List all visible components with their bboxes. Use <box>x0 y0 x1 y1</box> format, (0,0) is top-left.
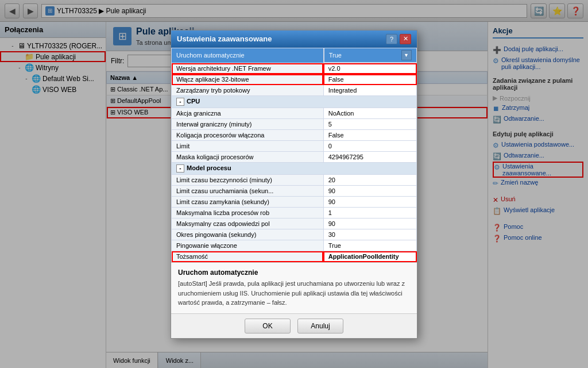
prop-value-pingowania: 30 <box>323 229 416 240</box>
prop-name-max-procesow: Maksymalna liczba procesów rob <box>172 208 324 218</box>
modal-title: Ustawienia zaawansowane <box>177 34 272 43</box>
prop-name-interwał: Interwał graniczny (minuty) <box>172 119 324 130</box>
dropdown-btn[interactable]: ▼ <box>401 50 412 60</box>
prop-name-maska: Maska koligacji procesorów <box>172 152 324 163</box>
prop-value-limit: 0 <box>323 141 416 152</box>
prop-row-akcja[interactable]: Akcja graniczna NoAction <box>172 108 417 119</box>
prop-row-maska[interactable]: Maska koligacji procesorów 4294967295 <box>172 152 417 163</box>
prop-name-bezczynnosci: Limit czasu bezczynności (minuty) <box>172 175 324 186</box>
modal-overlay: Ustawienia zaawansowane ? ✕ Uruchom auto… <box>0 0 588 368</box>
prop-row-zamykania[interactable]: Limit czasu zamykania (sekundy) 90 <box>172 197 417 208</box>
prop-value-uruchom: True ▼ <box>324 48 417 63</box>
expand-cpu-btn[interactable]: - <box>176 98 184 106</box>
prop-name-uruchamiania: Limit czasu uruchamiania (sekun... <box>172 186 324 197</box>
prop-name-pingowania: Okres pingowania (sekundy) <box>172 229 324 240</box>
prop-name-uruchom: Uruchom automatycznie <box>172 48 324 63</box>
prop-row-uruchamiania[interactable]: Limit czasu uruchamiania (sekun... 90 <box>172 186 417 197</box>
prop-row-uruchom[interactable]: Uruchom automatycznie True ▼ <box>172 48 417 63</box>
prop-name-akcja: Akcja graniczna <box>172 108 324 119</box>
prop-name-limit: Limit <box>172 141 324 152</box>
prop-row-pingowanie-wlaczone[interactable]: Pingowanie włączone True <box>172 240 417 251</box>
prop-row-interwał[interactable]: Interwał graniczny (minuty) 5 <box>172 119 417 130</box>
prop-value-wlacz: False <box>323 74 416 85</box>
prop-value-koligacja: False <box>323 130 416 141</box>
prop-value-max-czas: 90 <box>323 218 416 229</box>
prop-value-akcja: NoAction <box>323 108 416 119</box>
modal-title-buttons: ? ✕ <box>386 34 411 44</box>
prop-row-tozsamosc[interactable]: Tożsamość ApplicationPoolIdentity <box>172 251 417 262</box>
prop-name-zarzadzany: Zarządzany tryb potokowy <box>172 85 324 96</box>
section-model: -Model procesu <box>172 163 417 175</box>
prop-row-wersja[interactable]: Wersja architektury .NET Framew v2.0 <box>172 63 417 74</box>
prop-row-limit[interactable]: Limit 0 <box>172 141 417 152</box>
prop-name-wlacz: Włącz aplikacje 32-bitowe <box>172 74 324 85</box>
prop-row-max-procesow[interactable]: Maksymalna liczba procesów rob 1 <box>172 208 417 218</box>
prop-value-pingowanie-wlaczone: True <box>323 240 416 251</box>
ok-button[interactable]: OK <box>245 319 291 334</box>
modal-footer: OK Anuluj <box>171 313 417 338</box>
modal-help-btn[interactable]: ? <box>386 34 397 44</box>
prop-name-max-czas: Maksymalny czas odpowiedzi pol <box>172 218 324 229</box>
prop-value-maska: 4294967295 <box>323 152 416 163</box>
prop-name-pingowanie-wlaczone: Pingowanie włączone <box>172 240 324 251</box>
section-model-label: -Model procesu <box>172 163 417 175</box>
prop-name-tozsamosc: Tożsamość <box>172 251 324 262</box>
prop-row-wlacz[interactable]: Włącz aplikacje 32-bitowe False <box>172 74 417 85</box>
modal-body: Uruchom automatycznie True ▼ Wersja arch… <box>171 48 417 263</box>
modal-titlebar: Ustawienia zaawansowane ? ✕ <box>171 30 417 48</box>
prop-value-bezczynnosci: 20 <box>323 175 416 186</box>
prop-val-text: True <box>329 52 342 59</box>
modal-desc-title: Uruchom automatycznie <box>178 269 410 277</box>
prop-value-max-procesow: 1 <box>323 208 416 218</box>
prop-row-max-czas[interactable]: Maksymalny czas odpowiedzi pol 90 <box>172 218 417 229</box>
prop-name-wersja: Wersja architektury .NET Framew <box>172 63 324 74</box>
prop-value-uruchamiania: 90 <box>323 186 416 197</box>
modal-description: Uruchom automatycznie [autoStart] Jeśli … <box>171 262 417 313</box>
advanced-settings-modal: Ustawienia zaawansowane ? ✕ Uruchom auto… <box>171 30 417 339</box>
cancel-button[interactable]: Anuluj <box>297 319 343 334</box>
prop-name-zamykania: Limit czasu zamykania (sekundy) <box>172 197 324 208</box>
modal-desc-text: [autoStart] Jeśli prawda, pula aplikacji… <box>178 279 410 308</box>
expand-model-btn[interactable]: - <box>176 164 184 172</box>
section-cpu-label: -CPU <box>172 96 417 108</box>
properties-scroll: Uruchom automatycznie True ▼ Wersja arch… <box>171 48 417 263</box>
prop-value-tozsamosc: ApplicationPoolIdentity <box>323 251 416 262</box>
prop-value-zarzadzany: Integrated <box>323 85 416 96</box>
prop-name-koligacja: Koligacja procesorów włączona <box>172 130 324 141</box>
prop-value-interwał: 5 <box>323 119 416 130</box>
prop-value-wersja: v2.0 <box>323 63 416 74</box>
prop-row-koligacja[interactable]: Koligacja procesorów włączona False <box>172 130 417 141</box>
prop-row-bezczynnosci[interactable]: Limit czasu bezczynności (minuty) 20 <box>172 175 417 186</box>
prop-row-zarzadzany[interactable]: Zarządzany tryb potokowy Integrated <box>172 85 417 96</box>
section-cpu: -CPU <box>172 96 417 108</box>
prop-value-zamykania: 90 <box>323 197 416 208</box>
prop-row-pingowania[interactable]: Okres pingowania (sekundy) 30 <box>172 229 417 240</box>
properties-table: Uruchom automatycznie True ▼ Wersja arch… <box>171 48 417 263</box>
modal-close-btn[interactable]: ✕ <box>400 34 411 44</box>
